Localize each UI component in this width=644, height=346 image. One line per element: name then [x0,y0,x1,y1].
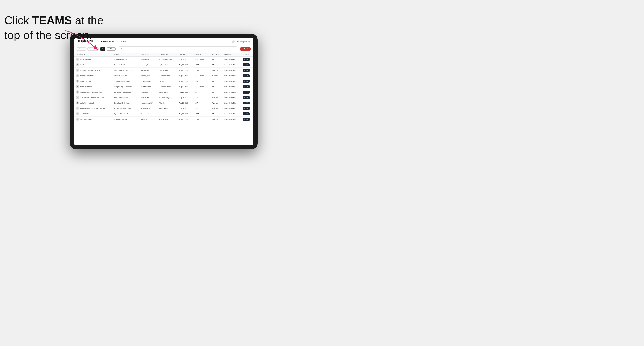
cell-start-date: Aug 24, 2023 [177,57,192,62]
edit-button-11[interactable]: ✏ Edit [243,118,250,121]
team-icon-8: 🦁 [76,101,79,104]
cell-division: NCAA Division II [192,73,210,78]
cell-venue: Kokopelli Golf Club [112,117,139,122]
cell-start-date: Aug 28, 2023 [177,100,192,106]
cell-actions: ✏ Edit [241,57,253,62]
cell-venue: Park Hills Golf Course [112,62,139,68]
cell-start-date: Aug 28, 2023 [177,117,192,122]
cell-division: NCAA Division III [192,57,210,62]
cell-division: NAIA [192,89,210,95]
edit-button-7[interactable]: ✏ Edit [243,96,250,99]
table-row: 🦁 UPKE Fall Invite StoneCrest Golf Cours… [74,78,253,84]
event-name-label: Maverick Invitational [80,75,94,77]
cell-city-state: Freeport, IL [139,62,157,68]
edit-button-1[interactable]: ✏ Edit [243,63,250,66]
table-row: 🌿 VU PREVIEW Cypress Hills Golf Club Vin… [74,111,253,117]
edit-icon-3: ✏ [244,75,245,77]
edit-button-10[interactable]: ✏ Edit [243,113,250,115]
cell-hosted-by: Carl Sandburg [157,68,177,73]
settings-icon[interactable] [232,40,235,43]
hosting-filter-btn[interactable]: Hosting [77,47,86,51]
cell-scoring: team, Stroke Play [222,84,241,89]
edit-label-6: Edit [246,91,248,93]
cell-actions: ✏ Edit [241,84,253,89]
tournaments-table: EVENT NAME VENUE CITY, STATE HOSTED BY S… [74,53,253,122]
edit-button-5[interactable]: ✏ Edit [243,85,250,88]
competing-filter-btn[interactable]: Competing [87,47,99,51]
col-division: DIVISION [192,53,210,57]
cell-venue: Edmundson Golf Course [112,89,139,95]
cell-division: NICAA I [192,68,210,73]
all-filter-btn[interactable]: All [100,47,106,51]
edit-button-4[interactable]: ✏ Edit [243,80,250,83]
cell-venue: Cypress Hills Golf Club [112,111,139,117]
table-body: ⛳ MSMC Qualifying 1 The Powelton Club Ne… [74,57,253,122]
tab-teams[interactable]: TEAMS [118,38,130,45]
cell-event-name: ⛳ MSMC Qualifying 1 [74,57,112,62]
cell-city-state: Deerwood, MN [139,84,157,89]
cell-gender: Women [211,106,222,111]
edit-icon-9: ✏ [244,108,245,109]
cell-venue: Faribault Golf Club [112,73,139,78]
cell-hosted-by: Vincennes [157,111,177,117]
user-info: Test User | Sign out [236,41,250,42]
cell-event-name: 🦁 upike fall invitational [74,100,112,106]
edit-icon-8: ✏ [244,102,245,104]
cell-start-date: Aug 28, 2023 [177,111,192,117]
cell-scoring: team, Stroke Play [222,68,241,73]
cell-hosted-by: Murray State (OK) [157,95,177,100]
col-city-state: CITY, STATE [139,53,157,57]
cell-hosted-by: Highland CC [157,62,177,68]
team-icon-7: 🏫 [76,96,79,99]
edit-icon-6: ✏ [244,91,245,93]
cell-hosted-by: William Penn [157,106,177,111]
edit-button-9[interactable]: ✏ Edit [243,107,250,110]
edit-button-6[interactable]: ✏ Edit [243,91,250,94]
cell-event-name: 🦁 Maverick Invitational [74,73,112,78]
create-button[interactable]: + Create [240,47,250,51]
col-event-name: EVENT NAME [74,53,112,57]
filter-dropdown-btn[interactable]: ≡ Filter [107,47,116,51]
cell-city-state: Prestonsburg, KY [139,78,157,84]
cell-start-date: Aug 28, 2023 [177,84,192,89]
cell-start-date: Aug 28, 2023 [177,95,192,100]
team-icon-1: 🏌 [76,63,79,66]
edit-button-0[interactable]: ✏ Edit [243,58,250,61]
edit-button-8[interactable]: ✏ Edit [243,102,250,104]
toolbar: Hosting Competing All ≡ Filter + Create [74,45,253,53]
edit-icon-10: ✏ [244,113,245,115]
cell-hosted-by: Minnesota State [157,73,177,78]
edit-label-4: Edit [246,80,248,82]
cell-gender: Women [211,68,222,73]
instruction-bold: TEAMS [32,14,72,27]
table-container: EVENT NAME VENUE CITY, STATE HOSTED BY S… [74,53,253,145]
event-name-label: MSMC Qualifying 1 [80,59,93,60]
edit-label-5: Edit [246,86,248,87]
col-actions: ACTIONS [241,53,253,57]
cell-scoring: team, Stroke Play [222,89,241,95]
table-row: 🏌 Fall Statesmen Invitational - Men Edmu… [74,89,253,95]
cell-division: NAIA [192,78,210,84]
cell-venue: The Powelton Club [112,57,139,62]
cell-city-state: Faribault, MN [139,73,157,78]
cell-event-name: 🏌 Klash at Kokopelli [74,117,112,122]
cell-actions: ✏ Edit [241,111,253,117]
event-name-label: 2023 Women's Hesston Fall Kickoff [80,97,104,98]
table-row: 🏌 Highland 36 Park Hills Golf Course Fre… [74,62,253,68]
event-name-label: VU PREVIEW [80,113,90,115]
table-row: 🦁 Maverick Invitational Faribault Golf C… [74,73,253,78]
event-name-label: UPKE Fall Invite [80,80,91,82]
cell-city-state: Prestonsburg, KY [139,100,157,106]
cell-actions: ✏ Edit [241,95,253,100]
edit-button-2[interactable]: ✏ Edit [243,69,250,72]
team-icon-6: 🏌 [76,90,79,94]
team-icon-5: 🐻 [76,85,79,88]
filter-label: Filter [110,48,114,50]
cell-scoring: team, Stroke Play [222,57,241,62]
cell-gender: Men [211,78,222,84]
cell-gender: Men [211,57,222,62]
edit-button-3[interactable]: ✏ Edit [243,74,250,77]
cell-gender: Men [211,111,222,117]
cell-start-date: Aug 28, 2023 [177,89,192,95]
search-input[interactable] [119,46,237,51]
